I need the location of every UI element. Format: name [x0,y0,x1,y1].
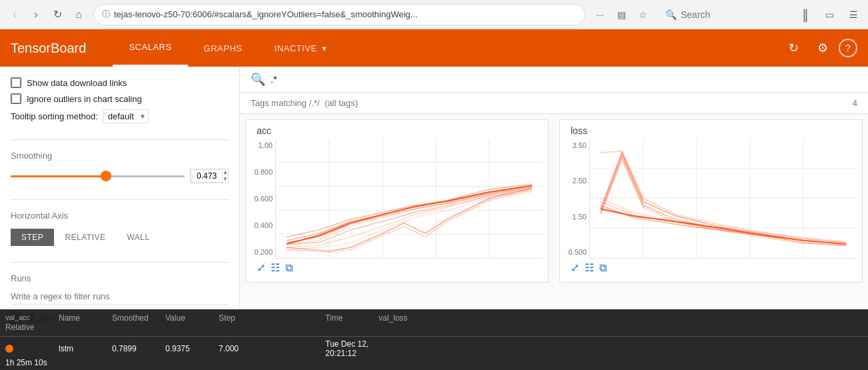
filter-search-icon: 🔍 [251,72,265,87]
main-nav: SCALARS GRAPHS INACTIVE ▾ [113,29,343,67]
main-layout: Show data download links Ignore outliers… [0,67,868,370]
divider-1 [11,139,229,140]
ignore-outliers-checkbox-row[interactable]: Ignore outliers in chart scaling [11,93,229,104]
bookmark-manager-button[interactable]: ▤ [612,5,631,24]
tag-filter-input[interactable] [271,74,857,85]
y-label-2: 0.600 [254,195,273,203]
chart-acc-expand-icon[interactable]: ⤢ [257,261,265,274]
show-download-checkbox[interactable] [11,77,21,88]
forward-button[interactable]: › [27,5,45,24]
show-download-label: Show data download links [27,78,127,88]
chart-loss-expand-icon[interactable]: ⤢ [571,261,579,274]
smoothing-down-button[interactable]: ▼ [223,176,228,183]
star-button[interactable]: ☆ [633,5,652,24]
runs-filter-input[interactable] [11,289,229,305]
reload-button[interactable]: ↻ [48,5,67,24]
tags-bar: Tags matching /.*/ (all tags) 4 [240,93,868,114]
address-bar[interactable]: ⓘ tejas-lenovo-z50-70:6006/#scalars&_ign… [93,4,585,25]
smoothing-slider[interactable] [11,175,185,177]
tooltip-col-step: Step [240,313,325,323]
chart-loss-bottom: ⤢ ☷ ⧉ [565,259,857,277]
chart-acc-plot[interactable] [275,139,543,259]
address-text: tejas-lenovo-z50-70:6006/#scalars&_ignor… [114,9,577,19]
browser-chrome: ‹ › ↻ ⌂ ⓘ tejas-lenovo-z50-70:6006/#scal… [0,0,868,29]
smoothing-value-container: 0.473 ▲ ▼ [190,169,229,183]
show-download-checkbox-row[interactable]: Show data download links [11,77,229,88]
tags-matching-text: Tags matching /.*/ (all tags) [251,98,358,108]
nav-inactive-arrow: ▾ [322,43,327,53]
tooltip-sorting-row: Tooltip sorting method: default ▼ [11,109,229,123]
smoothing-title: Smoothing [11,151,229,161]
chart-acc: acc 1.00 0.800 0.600 0.400 0.200 [245,119,549,283]
more-options-button[interactable]: ··· [591,5,609,24]
search-bar-container: 🔍 [657,4,791,25]
tooltip-overlay: val_acc Name Smoothed Value Step Time va… [240,309,868,370]
chart-loss-svg [590,139,857,258]
ignore-outliers-checkbox[interactable] [11,93,21,104]
search-icon: 🔍 [665,9,677,20]
nav-inactive[interactable]: INACTIVE ▾ [259,29,343,67]
chart-loss-list-icon[interactable]: ☷ [585,261,594,274]
y-loss-label-2: 1.50 [573,213,587,221]
content-area: 🔍 Tags matching /.*/ (all tags) 4 acc 1.… [240,67,868,370]
settings-button[interactable]: ⚙ [809,35,836,61]
tooltip-col-valloss: val_loss [379,313,432,323]
smoothing-steppers: ▲ ▼ [223,169,228,182]
y-loss-label-3: 0.500 [568,248,587,256]
chart-loss: loss 3.50 2.50 1.50 0.500 [559,119,863,283]
axis-buttons: STEP RELATIVE WALL [11,229,229,246]
chart-acc-y-axis: 1.00 0.800 0.600 0.400 0.200 [251,139,275,259]
axis-relative-button[interactable]: RELATIVE [54,229,116,246]
help-button[interactable]: ? [839,39,857,57]
chart-acc-bottom: ⤢ ☷ ⧉ [251,259,543,277]
chart-loss-plot[interactable] [589,139,857,259]
divider-3 [11,262,229,263]
runs-title: Runs [11,273,229,283]
menu-icon[interactable]: ☰ [844,5,863,24]
tags-matching-label: Tags matching /.*/ [251,98,319,108]
chart-acc-svg [276,139,543,258]
tooltip-data-row: lstm 0.7899 0.9375 7.000 Tue Dec 12, 20:… [240,337,868,370]
extensions-icon[interactable]: ∥ [796,5,815,24]
chart-loss-zoom-icon[interactable]: ⧉ [599,262,607,274]
back-button[interactable]: ‹ [5,5,24,24]
refresh-button[interactable]: ↻ [780,35,807,61]
y-loss-label-0: 3.50 [573,141,587,149]
chart-loss-y-axis: 3.50 2.50 1.50 0.500 [565,139,589,259]
nav-inactive-label: INACTIVE [275,43,317,53]
nav-scalars[interactable]: SCALARS [113,29,187,67]
smoothing-section: Smoothing 0.473 ▲ ▼ [11,151,229,183]
chart-loss-area: 3.50 2.50 1.50 0.500 [565,139,857,259]
tooltip-col-time: Time [325,313,379,323]
chart-acc-zoom-icon[interactable]: ⧉ [285,262,293,274]
y-loss-label-1: 2.50 [573,177,587,185]
tensorboard-header: TensorBoard SCALARS GRAPHS INACTIVE ▾ ↻ … [0,29,868,67]
smoothing-slider-container: 0.473 ▲ ▼ [11,169,229,183]
charts-grid: acc 1.00 0.800 0.600 0.400 0.200 [240,114,868,288]
tags-count: 4 [853,98,857,108]
axis-step-button[interactable]: STEP [11,229,54,246]
axis-section: Horizontal Axis STEP RELATIVE WALL [11,211,229,246]
smoothing-up-button[interactable]: ▲ [223,169,228,176]
axis-wall-button[interactable]: WALL [116,229,160,246]
chart-acc-list-icon[interactable]: ☷ [271,261,280,274]
nav-graphs[interactable]: GRAPHS [188,29,259,67]
tags-all-label: (all tags) [325,98,358,108]
y-label-3: 0.400 [254,221,273,229]
tooltip-sorting-label: Tooltip sorting method: [11,111,98,121]
header-actions: ↻ ⚙ ? [780,35,857,61]
y-label-0: 1.00 [259,141,273,149]
tooltip-select[interactable]: default [103,109,149,123]
split-view-icon[interactable]: ▭ [820,5,839,24]
tooltip-time: Tue Dec 12, 20:21:12 [325,339,379,358]
home-button[interactable]: ⌂ [69,5,88,24]
chart-acc-area: 1.00 0.800 0.600 0.400 0.200 [251,139,543,259]
chart-acc-actions: ⤢ ☷ ⧉ [251,259,298,277]
tooltip-header: val_acc Name Smoothed Value Step Time va… [240,309,868,337]
divider-2 [11,199,229,200]
search-input[interactable] [681,9,774,20]
tooltip-step: 7.000 [240,344,325,353]
chart-loss-actions: ⤢ ☷ ⧉ [565,259,612,277]
chart-loss-title: loss [565,125,857,136]
ignore-outliers-label: Ignore outliers in chart scaling [27,94,142,104]
